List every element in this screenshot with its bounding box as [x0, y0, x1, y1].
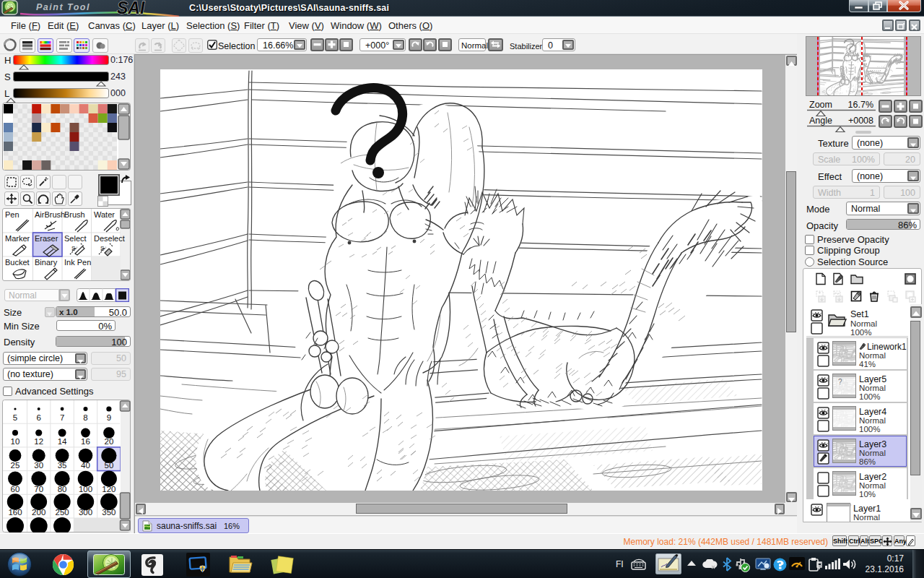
svg-text:35: 35 [58, 461, 67, 470]
svg-text:20: 20 [105, 437, 114, 446]
svg-text:Brush: Brush [64, 210, 85, 219]
svg-text:Deselect: Deselect [94, 234, 125, 243]
svg-text:Select: Select [64, 234, 87, 243]
svg-text:9: 9 [107, 413, 111, 422]
svg-text:Bucket: Bucket [5, 258, 30, 267]
svg-text:60: 60 [11, 485, 20, 493]
svg-text:80: 80 [58, 485, 67, 493]
svg-text:200: 200 [32, 508, 45, 517]
svg-text:Pen: Pen [5, 210, 19, 219]
svg-text:S: S [100, 245, 104, 251]
svg-text:14: 14 [58, 437, 67, 446]
svg-text:5: 5 [13, 413, 17, 422]
svg-text:100: 100 [79, 485, 92, 493]
svg-text:Paint Tool: Paint Tool [36, 2, 90, 12]
svg-text:Marker: Marker [5, 234, 30, 243]
svg-text:300: 300 [79, 508, 92, 517]
svg-text:S: S [71, 245, 75, 251]
svg-text:70: 70 [34, 485, 43, 493]
svg-text:16: 16 [81, 437, 90, 446]
svg-text:7: 7 [60, 413, 64, 422]
svg-text:50: 50 [105, 461, 114, 470]
svg-text:25: 25 [11, 461, 20, 470]
svg-text:Water: Water [94, 210, 115, 219]
svg-text:12: 12 [34, 437, 43, 446]
svg-text:120: 120 [102, 485, 116, 493]
svg-text:Ink Pen: Ink Pen [64, 258, 91, 267]
svg-text:40: 40 [81, 461, 90, 470]
svg-text:8: 8 [83, 413, 87, 422]
svg-text:Binary: Binary [35, 258, 58, 267]
svg-text:10: 10 [11, 437, 20, 446]
svg-text:350: 350 [102, 508, 116, 517]
svg-text:6: 6 [36, 413, 40, 422]
svg-text:160: 160 [8, 508, 22, 517]
svg-text:AirBrush: AirBrush [35, 210, 65, 219]
svg-text:30: 30 [34, 461, 43, 470]
svg-text:SAI: SAI [117, 0, 145, 17]
svg-text:Eraser: Eraser [35, 234, 58, 243]
svg-text:250: 250 [56, 508, 69, 517]
